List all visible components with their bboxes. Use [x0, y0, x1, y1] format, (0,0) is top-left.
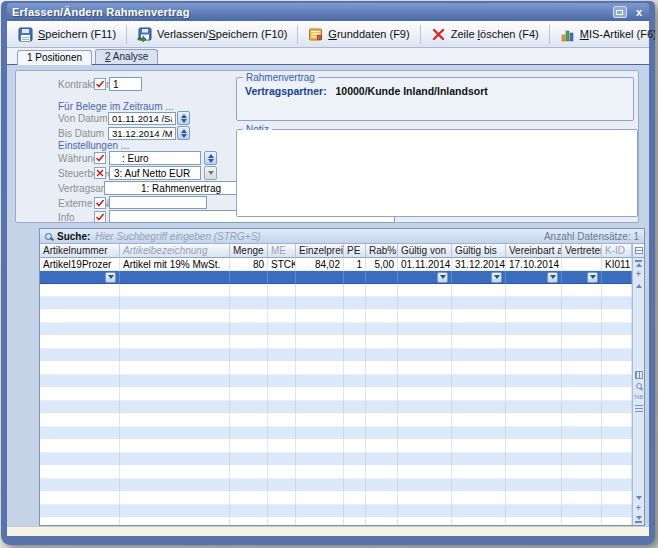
grid-cell[interactable]	[452, 310, 506, 323]
grid-cell[interactable]	[602, 518, 632, 525]
grid-cell[interactable]	[398, 518, 452, 525]
mis-artikel-button[interactable]: MIS-Artikel (F6)	[552, 24, 655, 45]
grid-cell[interactable]	[268, 518, 296, 525]
grid-cell[interactable]	[562, 362, 602, 375]
grid-cell[interactable]	[344, 310, 366, 323]
grid-cell[interactable]	[296, 440, 344, 453]
grid-cell[interactable]	[268, 375, 296, 388]
zoom-button[interactable]	[636, 381, 642, 392]
grid-cell[interactable]	[398, 375, 452, 388]
grid-cell[interactable]	[602, 414, 632, 427]
column-config-button[interactable]	[635, 370, 643, 381]
von-datum-spinner[interactable]	[177, 111, 190, 125]
grid-cell[interactable]	[602, 466, 632, 479]
grid-cell[interactable]	[366, 310, 398, 323]
grid-cell[interactable]	[230, 297, 268, 310]
column-header[interactable]: Einzelpreis	[296, 244, 344, 258]
grid-cell[interactable]	[506, 375, 562, 388]
grid-cell[interactable]	[268, 401, 296, 414]
grid-selected-row[interactable]	[40, 271, 632, 284]
save-button[interactable]: Speichern (F11)	[10, 24, 124, 45]
grid-cell[interactable]	[602, 336, 632, 349]
grid-cell[interactable]	[344, 479, 366, 492]
grid-cell[interactable]	[562, 440, 602, 453]
grid-cell[interactable]	[268, 284, 296, 297]
title-bar[interactable]: Erfassen/Ändern Rahmenvertrag x	[7, 3, 649, 21]
grid-cell[interactable]	[366, 297, 398, 310]
grid-cell[interactable]	[562, 258, 602, 271]
grid-cell[interactable]	[452, 375, 506, 388]
grid-cell[interactable]	[268, 492, 296, 505]
grid-row[interactable]	[40, 336, 632, 349]
grid-cell[interactable]	[344, 440, 366, 453]
grid-cell[interactable]	[230, 453, 268, 466]
grid-cell[interactable]	[506, 492, 562, 505]
grid-cell[interactable]	[506, 466, 562, 479]
grid-cell[interactable]	[230, 401, 268, 414]
restore-window-button[interactable]	[613, 6, 627, 18]
cell-dropdown-button[interactable]	[437, 272, 448, 283]
grid-cell[interactable]	[506, 284, 562, 297]
grid-cell[interactable]	[344, 336, 366, 349]
notiz-textarea[interactable]	[237, 130, 637, 216]
grid-cell[interactable]	[268, 453, 296, 466]
grid-cell[interactable]	[120, 466, 230, 479]
grid-cell[interactable]	[562, 310, 602, 323]
grid-cell[interactable]	[398, 505, 452, 518]
grid-cell[interactable]	[344, 297, 366, 310]
grid-cell[interactable]	[40, 453, 120, 466]
grid-row[interactable]	[40, 427, 632, 440]
grid-cell[interactable]	[344, 466, 366, 479]
grid-cell[interactable]	[296, 518, 344, 525]
append-row-button[interactable]: +	[636, 503, 641, 514]
grid-cell[interactable]	[344, 505, 366, 518]
grid-cell[interactable]	[268, 336, 296, 349]
grid-cell[interactable]	[344, 401, 366, 414]
grid-cell[interactable]	[506, 323, 562, 336]
grid-cell[interactable]	[562, 284, 602, 297]
grid-cell[interactable]	[602, 323, 632, 336]
grid-cell[interactable]	[562, 336, 602, 349]
grid-cell[interactable]	[366, 401, 398, 414]
grid-cell[interactable]	[562, 271, 602, 284]
grid-cell[interactable]	[366, 271, 398, 284]
grid-cell[interactable]	[40, 323, 120, 336]
grid-cell[interactable]	[120, 349, 230, 362]
grid-row[interactable]	[40, 388, 632, 401]
grid-cell[interactable]	[230, 440, 268, 453]
grid-cell[interactable]	[344, 362, 366, 375]
grid-cell[interactable]	[562, 414, 602, 427]
grid-cell[interactable]	[120, 388, 230, 401]
grid-cell[interactable]	[602, 271, 632, 284]
tab-order-button[interactable]: TAB	[634, 392, 643, 403]
grid-cell[interactable]	[452, 323, 506, 336]
grid-cell[interactable]: KI011	[602, 258, 632, 271]
grid-cell[interactable]	[506, 271, 562, 284]
grid-cell[interactable]	[296, 284, 344, 297]
grid-cell[interactable]	[120, 427, 230, 440]
grid-cell[interactable]: Artikel19Prozer	[40, 258, 120, 271]
grid-cell[interactable]	[296, 349, 344, 362]
grid-cell[interactable]	[344, 271, 366, 284]
grid-cell[interactable]	[40, 388, 120, 401]
grid-cell[interactable]	[40, 310, 120, 323]
grid-cell[interactable]	[602, 401, 632, 414]
cell-dropdown-button[interactable]	[105, 272, 116, 283]
grid-cell[interactable]	[398, 271, 452, 284]
grid-row[interactable]	[40, 479, 632, 492]
grid-cell[interactable]	[602, 453, 632, 466]
grid-cell[interactable]	[268, 388, 296, 401]
grid-cell[interactable]	[452, 401, 506, 414]
grid-cell[interactable]	[230, 349, 268, 362]
grid-cell[interactable]	[120, 453, 230, 466]
grid-cell[interactable]	[562, 297, 602, 310]
grid-cell[interactable]: Artikel mit 19% MwSt.	[120, 258, 230, 271]
column-header[interactable]: ME	[268, 244, 296, 258]
grid-cell[interactable]	[296, 466, 344, 479]
tab-analyse[interactable]: 2 Analyse	[95, 49, 158, 64]
grid-cell[interactable]	[230, 271, 268, 284]
grid-cell[interactable]	[452, 453, 506, 466]
grid-cell[interactable]	[40, 440, 120, 453]
grid-cell[interactable]	[366, 453, 398, 466]
grid-cell[interactable]	[40, 336, 120, 349]
